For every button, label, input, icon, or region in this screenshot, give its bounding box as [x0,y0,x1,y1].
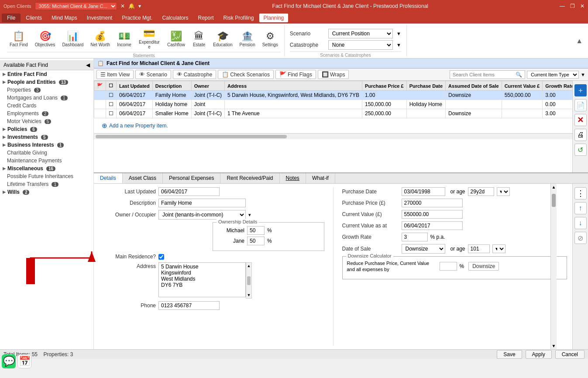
owner-select[interactable]: Joint (tenants-in-common) Michael Jane [158,210,246,220]
sidebar-item-policies[interactable]: ▶ Policies 6 [0,125,93,133]
address-textarea[interactable]: 5 Darwin House Kingswinford West Midland… [158,262,246,297]
restore-btn[interactable]: ❐ [570,3,575,9]
catastrophe-select[interactable]: None [328,40,393,50]
mainresidence-checkbox[interactable] [158,254,164,260]
table-row[interactable]: ☐ 06/04/2017 Family Home Joint (T-I-C) 5… [94,91,573,100]
downsize-btn[interactable]: Downsize [468,262,499,271]
currentvalueasat-input[interactable] [402,221,463,230]
ribbon-cashflow[interactable]: 💹 Cashflow [165,30,188,49]
purchasedate-input[interactable] [402,187,445,196]
purchaseprice-input[interactable] [402,199,463,207]
menu-report[interactable]: Report [193,14,218,22]
sidebar-item-futureinheritances[interactable]: Possible Future Inheritances [0,172,93,180]
ribbon-objectives[interactable]: 🎯 Objectives [32,30,58,49]
tab-notes[interactable]: Notes [280,173,306,183]
scenario-btn[interactable]: 👁 Scenario [135,70,171,79]
dateofsale-select[interactable]: Downsize Specific Date [402,244,445,254]
tab-rentreceivedpaid[interactable]: Rent Received/Paid [220,173,279,183]
ribbon-settings[interactable]: ⚙ Settings [260,30,281,49]
more-btn-right[interactable]: ⋮ [574,187,587,199]
title-bar-icon3[interactable]: ▾ [138,3,141,9]
scenario-select[interactable]: Current Position Scenario 1 [328,29,393,38]
catastrophe-btn[interactable]: 👁 Catastrophe [173,70,216,79]
scroll-bottom-btn[interactable]: ▼ [551,344,557,349]
sidebar-item-motorvehicles[interactable]: Motor Vehicles 5 [0,117,93,125]
sidebar-item-properties[interactable]: Properties 3 [0,86,93,94]
title-bar-icon2[interactable]: 🔔 [128,3,135,9]
apply-btn[interactable]: Apply [526,350,552,359]
lastupdated-input[interactable] [158,187,220,196]
copy-btn-right[interactable]: 📄 [574,99,587,111]
phone-input[interactable] [158,301,220,310]
details-scroll[interactable]: ▲ ▼ [550,184,557,349]
description-input[interactable] [158,199,246,207]
delete-btn-right[interactable]: ✕ [574,114,587,126]
sidebar-item-employments[interactable]: Employments 2 [0,110,93,117]
horizontal-scrollbar[interactable] [94,133,572,139]
ribbon-pension[interactable]: 🏦 Pension [237,30,258,49]
sidebar-item-businessinterests[interactable]: ▶ Business Interests 1 [0,141,93,149]
sidebar-item-wills[interactable]: ▶ Wills 2 [0,188,93,196]
table-row[interactable]: ☐ 06/04/2017 Smaller Home Joint (T-I-C) … [94,109,573,118]
ribbon-education[interactable]: 🎓 Education [210,30,235,49]
item-type-select[interactable]: Current Item Type [527,71,579,79]
search-input[interactable] [453,72,514,77]
table-row[interactable]: ☐ 06/04/2017 Holiday home Joint 150,000.… [94,100,573,109]
purchasedate-age-select[interactable]: ▾ [497,187,510,196]
menu-practicemgt[interactable]: Practice Mgt. [117,14,157,22]
menu-riskprofiling[interactable]: Risk Profiling [219,14,258,22]
tab-personalexpenses[interactable]: Personal Expenses [163,173,220,183]
tab-details[interactable]: Details [94,173,123,183]
tab-whatif[interactable]: What-if [306,173,335,183]
block-btn-right[interactable]: ⊘ [574,232,587,244]
menu-clients[interactable]: Clients [21,14,46,22]
sidebar-item-creditcards[interactable]: Credit Cards [0,102,93,110]
find-flags-btn[interactable]: 🚩 Find Flags [275,70,316,79]
refresh-btn-right[interactable]: ↺ [574,144,587,156]
menu-mindmaps[interactable]: Mind Maps [47,14,82,22]
add-btn-right[interactable]: ＋ [574,84,587,96]
downsize-pct-input[interactable] [440,262,457,271]
ribbon-income[interactable]: 💵 Income [114,30,134,49]
sidebar-item-entire-fact-find[interactable]: ▶ Entire Fact Find [0,70,93,78]
scroll-top-btn[interactable]: ▲ [551,184,557,189]
item-view-btn[interactable]: ☰ Item View [96,70,134,79]
sidebar-item-maintenancepayments[interactable]: Maintenance Payments [0,157,93,165]
sidebar-item-people-entities[interactable]: ▶ People and Entities 13 [0,78,93,86]
cancel-btn[interactable]: Cancel [555,350,585,359]
ribbon-dashboard[interactable]: 📊 Dashboard [59,30,86,49]
sidebar-item-miscellaneous[interactable]: ▶ Miscellaneous 16 [0,165,93,172]
jane-pct-input[interactable] [247,237,265,245]
whatsapp-icon[interactable]: 💬 [2,354,16,368]
wraps-btn[interactable]: 🔲 Wraps [318,70,349,79]
sidebar-item-charitablegiving[interactable]: Charitable Giving [0,149,93,157]
tab-assetclass[interactable]: Asset Class [123,173,163,183]
menu-calculators[interactable]: Calculators [158,14,193,22]
sidebar-collapse-btn[interactable]: ◀ [86,62,90,68]
sidebar-item-investments[interactable]: ▶ Investments 5 [0,133,93,141]
menu-investment[interactable]: Investment [83,14,117,22]
up-btn-right[interactable]: ↑ [574,202,587,214]
client-selector[interactable]: 3055: Michael Client & Jane C... [35,2,117,10]
minimize-btn[interactable]: — [560,3,565,9]
ribbon-collapse-btn[interactable]: ▲ [576,37,583,45]
down-btn-right[interactable]: ↓ [574,217,587,229]
dateofsale-age-select[interactable]: ▾ [492,244,505,253]
ribbon-networth[interactable]: 💰 Net Worth [88,30,113,49]
purchasedate-age-input[interactable] [468,187,494,196]
michael-pct-input[interactable] [247,226,265,235]
menu-file[interactable]: File [2,14,21,22]
ribbon-expenditure[interactable]: 💳 Expenditure [136,27,163,51]
close-btn[interactable]: ✕ [580,3,585,9]
print-btn-right[interactable]: 🖨 [574,129,587,141]
dateofsale-age-input[interactable] [468,244,490,253]
menu-planning[interactable]: Planning [259,14,289,22]
save-btn[interactable]: Save [497,350,522,359]
check-scenarios-btn[interactable]: 📋 Check Scenarios [218,70,274,79]
title-bar-icon1[interactable]: ✕ [120,3,125,9]
add-property-btn[interactable]: ⊕ Add a new Property item. [97,120,172,131]
ribbon-estate[interactable]: 🏛 Estate [189,30,209,49]
ribbon-factfind[interactable]: 📋 Fact Find [7,30,31,49]
calendar-icon[interactable]: 📅 [17,354,31,368]
currentvalue-input[interactable] [402,210,463,219]
